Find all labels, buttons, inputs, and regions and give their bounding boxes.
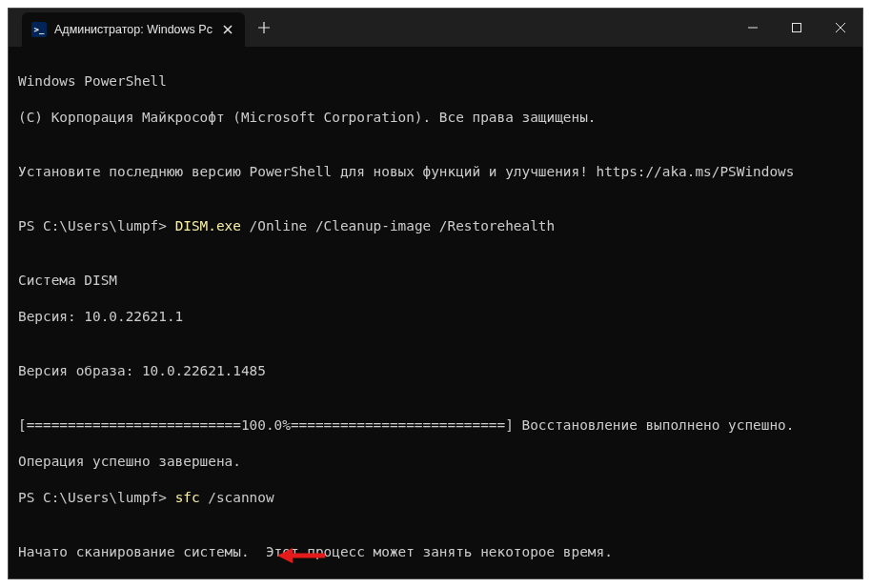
output-line: Cистема DISM xyxy=(18,272,853,290)
new-tab-button[interactable] xyxy=(247,9,281,47)
tab-powershell[interactable]: >_ Администратор: Windows Pc xyxy=(22,12,245,47)
prompt-line: PS C:\Users\lumpf> DISM.exe /Online /Cle… xyxy=(18,217,853,235)
svg-rect-0 xyxy=(793,24,801,32)
maximize-button[interactable] xyxy=(775,9,819,47)
output-line: [==========================100.0%=======… xyxy=(18,416,853,435)
tab-close-button[interactable] xyxy=(220,22,235,37)
tab-title: Администратор: Windows Pc xyxy=(54,23,213,36)
output-line: Windows PowerShell xyxy=(18,72,853,91)
terminal-window: >_ Администратор: Windows Pc Windows Pow… xyxy=(8,8,863,579)
powershell-icon: >_ xyxy=(31,22,47,37)
titlebar-drag-area[interactable] xyxy=(281,9,731,47)
close-button[interactable] xyxy=(819,9,862,47)
minimize-button[interactable] xyxy=(731,9,775,47)
output-line: (C) Корпорация Майкрософт (Microsoft Cor… xyxy=(18,109,853,127)
shield-icon xyxy=(9,9,16,47)
titlebar[interactable]: >_ Администратор: Windows Pc xyxy=(9,9,862,47)
terminal-output[interactable]: Windows PowerShell (C) Корпорация Майкро… xyxy=(9,47,862,588)
output-line: Операция успешно завершена. xyxy=(18,453,853,471)
output-line: Установите последнюю версию PowerShell д… xyxy=(18,163,853,181)
output-line: Версия образа: 10.0.22621.1485 xyxy=(18,362,853,380)
window-controls xyxy=(731,9,862,47)
prompt-line: PS C:\Users\lumpf> sfc /scannow xyxy=(18,489,853,507)
output-line: Начато сканирование системы. Этот процес… xyxy=(18,543,853,561)
output-line: Версия: 10.0.22621.1 xyxy=(18,308,853,326)
